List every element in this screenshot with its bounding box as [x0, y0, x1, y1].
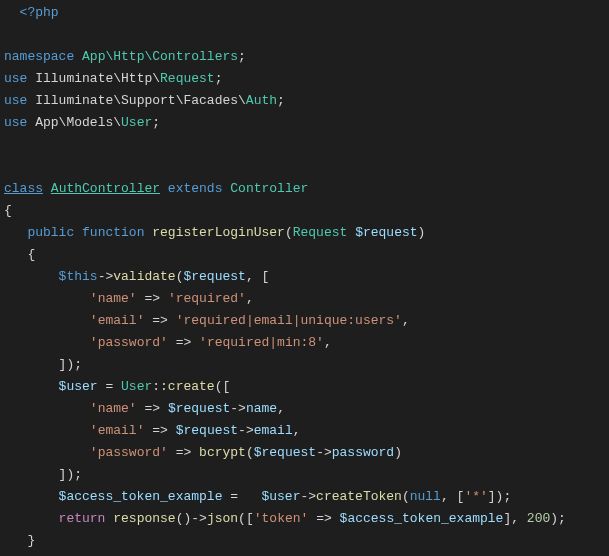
array-value: 'required|min:8' — [199, 335, 324, 350]
use-path: Illuminate\Support\Facades\ — [35, 93, 246, 108]
variable: $user — [261, 489, 300, 504]
array-key: 'email' — [90, 423, 145, 438]
extends-keyword: extends — [168, 181, 223, 196]
array-key: 'name' — [90, 401, 137, 416]
code-line: 'email' => 'required|email|unique:users'… — [4, 310, 605, 332]
property: password — [332, 445, 394, 460]
array-value: 'required' — [168, 291, 246, 306]
code-line: public function registerLoginUser(Reques… — [4, 222, 605, 244]
use-keyword: use — [4, 71, 27, 86]
function-keyword: function — [82, 225, 144, 240]
parent-class: Controller — [230, 181, 308, 196]
code-line: <?php — [4, 2, 605, 24]
code-line: 'email' => $request->email, — [4, 420, 605, 442]
namespace-keyword: namespace — [4, 49, 74, 64]
function-call: bcrypt — [199, 445, 246, 460]
use-keyword: use — [4, 115, 27, 130]
code-line: $user = User::create([ — [4, 376, 605, 398]
array-key: 'token' — [254, 511, 309, 526]
code-editor[interactable]: <?php namespace App\Http\Controllers; us… — [4, 2, 605, 552]
method-call: create — [168, 379, 215, 394]
method-call: validate — [113, 269, 175, 284]
code-line — [4, 156, 605, 178]
property: name — [246, 401, 277, 416]
class-keyword: class — [4, 181, 43, 196]
array-key: 'password' — [90, 335, 168, 350]
property: email — [254, 423, 293, 438]
method-name: registerLoginUser — [152, 225, 285, 240]
code-line: use App\Models\User; — [4, 112, 605, 134]
variable: $access_token_example — [59, 489, 223, 504]
param-type: Request — [293, 225, 348, 240]
use-class: User — [121, 115, 152, 130]
null-keyword: null — [410, 489, 441, 504]
array-key: 'email' — [90, 313, 145, 328]
use-keyword: use — [4, 93, 27, 108]
code-line: use Illuminate\Support\Facades\Auth; — [4, 90, 605, 112]
class-ref: User — [121, 379, 152, 394]
code-line — [4, 24, 605, 46]
method-call: json — [207, 511, 238, 526]
code-line: return response()->json(['token' => $acc… — [4, 508, 605, 530]
code-line: 'password' => 'required|min:8', — [4, 332, 605, 354]
string-literal: '*' — [464, 489, 487, 504]
array-key: 'password' — [90, 445, 168, 460]
code-line: } — [4, 530, 605, 552]
number-literal: 200 — [527, 511, 550, 526]
array-value: 'required|email|unique:users' — [176, 313, 402, 328]
code-line: 'name' => $request->name, — [4, 398, 605, 420]
array-key: 'name' — [90, 291, 137, 306]
php-open-tag: <?php — [20, 5, 59, 20]
use-path: App\Models\ — [35, 115, 121, 130]
use-class: Request — [160, 71, 215, 86]
class-name: AuthController — [51, 181, 160, 196]
variable: $access_token_example — [340, 511, 504, 526]
code-line: ]); — [4, 464, 605, 486]
code-line — [4, 134, 605, 156]
variable: $request — [168, 401, 230, 416]
this-var: $this — [59, 269, 98, 284]
code-line: use Illuminate\Http\Request; — [4, 68, 605, 90]
variable: $request — [176, 423, 238, 438]
use-class: Auth — [246, 93, 277, 108]
variable: $request — [183, 269, 245, 284]
code-line: $access_token_example = $user->createTok… — [4, 486, 605, 508]
variable: $user — [59, 379, 98, 394]
code-line: { — [4, 244, 605, 266]
code-line: $this->validate($request, [ — [4, 266, 605, 288]
code-line: 'name' => 'required', — [4, 288, 605, 310]
code-line: class AuthController extends Controller — [4, 178, 605, 200]
use-path: Illuminate\Http\ — [35, 71, 160, 86]
code-line: ]); — [4, 354, 605, 376]
method-call: createToken — [316, 489, 402, 504]
namespace-path: App\Http\Controllers — [82, 49, 238, 64]
code-line: 'password' => bcrypt($request->password) — [4, 442, 605, 464]
param-var: $request — [355, 225, 417, 240]
variable: $request — [254, 445, 316, 460]
public-keyword: public — [27, 225, 74, 240]
code-line: namespace App\Http\Controllers; — [4, 46, 605, 68]
code-line: { — [4, 200, 605, 222]
function-call: response — [113, 511, 175, 526]
return-keyword: return — [59, 511, 106, 526]
